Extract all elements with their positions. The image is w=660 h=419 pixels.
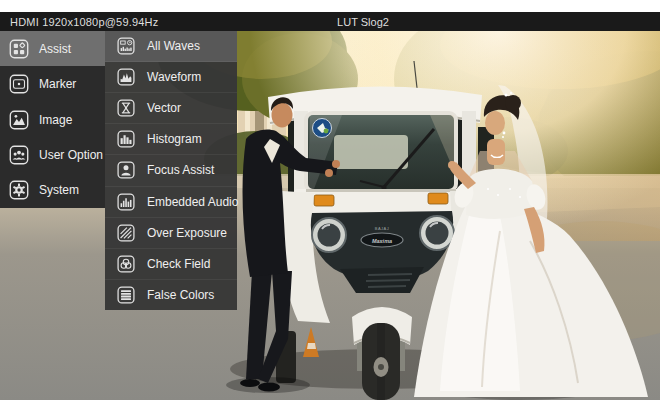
menu-item-label: Image [39,113,72,127]
menu-item-label: Marker [39,77,76,91]
menu-item-label: System [39,183,79,197]
assist-icon [8,38,30,60]
menu-item-system[interactable]: System [0,173,105,208]
windshield [306,113,456,191]
submenu-item-label: Histogram [147,132,202,146]
submenu-item-label: All Waves [147,39,200,53]
assist-submenu: All Waves Waveform [105,31,237,310]
headlight-right [420,216,454,250]
histogram-icon [116,129,136,149]
submenu-item-waveform[interactable]: Waveform [105,62,237,93]
submenu-item-label: Check Field [147,257,210,271]
submenu-item-label: Over Exposure [147,226,227,240]
submenu-item-all-waves[interactable]: All Waves [105,31,237,62]
front-wheel [362,323,400,400]
page: BAJAJ Maxima [0,0,660,419]
submenu-item-check-field[interactable]: Check Field [105,249,237,280]
focus-assist-icon [116,160,136,180]
input-signal-status: HDMI 1920x1080p@59.94Hz [10,16,158,28]
status-bar: HDMI 1920x1080p@59.94Hz LUT Slog2 [0,12,660,31]
menu-item-label: User Option [39,148,103,162]
system-icon [8,179,30,201]
vehicle-badge-brand: BAJAJ [375,226,390,231]
submenu-item-histogram[interactable]: Histogram [105,124,237,155]
marker-icon [8,73,30,95]
menu-item-label: Assist [39,42,71,56]
sticker-bird-icon [313,119,332,138]
submenu-item-vector[interactable]: Vector [105,93,237,124]
check-field-icon [116,254,136,274]
over-exposure-icon [116,223,136,243]
submenu-item-focus-assist[interactable]: Focus Assist [105,155,237,186]
submenu-item-over-exposure[interactable]: Over Exposure [105,218,237,249]
main-menu: Assist Marker [0,31,105,208]
vector-icon [116,98,136,118]
waveform-icon [116,67,136,87]
menu-item-assist[interactable]: Assist [0,31,105,66]
all-waves-icon [116,36,136,56]
vehicle-badge-model: Maxima [372,238,392,244]
submenu-item-embedded-audio[interactable]: Embedded Audio [105,187,237,218]
headlight-left [312,218,346,252]
image-icon [8,109,30,131]
monitor-screen: BAJAJ Maxima [0,12,660,400]
submenu-item-label: Waveform [147,70,201,84]
submenu-item-label: False Colors [147,288,214,302]
menu-item-user-option[interactable]: User Option [0,137,105,172]
user-option-icon [8,144,30,166]
submenu-item-label: Vector [147,101,181,115]
submenu-item-label: Embedded Audio [147,195,238,209]
menu-item-image[interactable]: Image [0,102,105,137]
submenu-item-false-colors[interactable]: False Colors [105,280,237,310]
menu-item-marker[interactable]: Marker [0,66,105,101]
submenu-item-label: Focus Assist [147,163,214,177]
false-colors-icon [116,285,136,305]
embedded-audio-icon [116,192,136,212]
lut-status: LUT Slog2 [337,16,389,28]
